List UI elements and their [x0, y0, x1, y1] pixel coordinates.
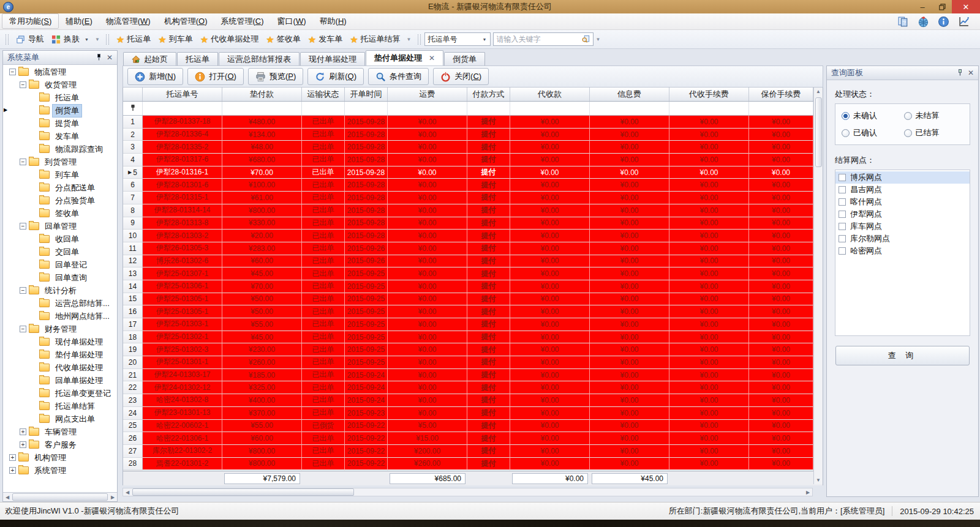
menu-item-4[interactable]: 机构管理(O) — [157, 14, 214, 28]
favorite-2[interactable]: ★到车单 — [154, 32, 196, 47]
filter-cell[interactable] — [749, 102, 813, 115]
table-row[interactable]: 26哈密22-01306-1¥60.00已出单2015-09-22¥15.00提… — [123, 432, 823, 445]
tree-item-回单查询[interactable]: 回单查询 — [3, 271, 117, 284]
favorites-overflow-button[interactable]: ▼ — [404, 36, 414, 43]
radio-未结算[interactable]: 未结算 — [904, 110, 964, 121]
tree-item-统计分析[interactable]: −统计分析 — [3, 284, 117, 297]
query-button[interactable]: 查 询 — [835, 346, 970, 365]
column-header-托运单号[interactable]: 托运单号 — [143, 88, 222, 101]
tree-item-代收单据处理[interactable]: 代收单据处理 — [3, 361, 117, 374]
close-panel-icon[interactable]: ✕ — [968, 69, 974, 77]
search-doc-icon[interactable] — [581, 35, 590, 43]
filter-cell[interactable] — [345, 102, 388, 115]
toolbar-overflow-button[interactable]: ▼ — [92, 36, 102, 43]
tree-item-收回单[interactable]: 收回单 — [3, 233, 117, 245]
column-header-代收款[interactable]: 代收款 — [510, 88, 590, 101]
network-item-喀什网点[interactable]: 喀什网点 — [835, 196, 970, 208]
filter-cell[interactable] — [467, 102, 510, 115]
checkbox-icon[interactable] — [839, 247, 846, 255]
menu-item-3[interactable]: 物流管理(W) — [99, 14, 157, 28]
scroll-up-icon[interactable]: ▲ — [814, 89, 823, 94]
checkbox-icon[interactable] — [839, 198, 846, 206]
tree-item-垫付单据处理[interactable]: 垫付单据处理 — [3, 348, 117, 361]
checkbox-icon[interactable] — [839, 223, 846, 230]
restore-button[interactable] — [932, 0, 952, 13]
radio-已确认[interactable]: 已确认 — [842, 127, 902, 138]
tree-item-客户服务[interactable]: +客户服务 — [3, 438, 117, 451]
info-icon[interactable] — [938, 16, 949, 28]
collapse-icon[interactable]: − — [20, 81, 26, 88]
table-row[interactable]: 28焉耆22-01301-2¥800.00已出单2015-09-22¥260.0… — [123, 458, 823, 471]
tree-item-分点验货单[interactable]: 分点验货单 — [3, 194, 117, 207]
column-header-信息费[interactable]: 信息费 — [590, 88, 669, 101]
table-row[interactable]: 15伊犁25-01305-1¥50.00已出单2015-09-25¥0.00提付… — [123, 293, 823, 306]
checkbox-icon[interactable] — [839, 186, 846, 193]
pin-icon[interactable] — [96, 53, 102, 62]
scroll-thumb[interactable] — [12, 493, 108, 501]
sidebar-horizontal-scrollbar[interactable]: ◀ ▶ — [3, 492, 117, 501]
table-row[interactable]: 16伊犁25-01305-1¥50.00已出单2015-09-25¥0.00提付… — [123, 305, 823, 318]
table-row[interactable]: 2伊犁28-01336-4¥134.00已出单2015-09-28¥0.00提付… — [123, 129, 823, 141]
close-panel-icon[interactable]: ✕ — [107, 53, 113, 62]
filter-cell[interactable] — [388, 102, 467, 115]
tree-item-车辆管理[interactable]: +车辆管理 — [3, 425, 117, 438]
table-row[interactable]: 6伊犁28-01301-6¥100.00已出单2015-09-28¥0.00提付… — [123, 179, 823, 192]
table-row[interactable]: 21伊犁24-01303-17¥185.00已出单2015-09-24¥0.00… — [123, 369, 823, 382]
tree-item-到货管理[interactable]: −到货管理 — [3, 155, 117, 168]
expand-icon[interactable]: + — [20, 441, 26, 448]
table-row[interactable]: 20伊犁25-01301-1¥260.00已出单2015-09-25¥0.00提… — [123, 356, 823, 369]
menu-item-6[interactable]: 窗口(W) — [271, 14, 313, 28]
tree-item-运营总部结算[interactable]: 运营总部结算... — [3, 297, 117, 310]
filter-cell[interactable] — [302, 102, 345, 115]
network-item-博乐网点[interactable]: 博乐网点 — [835, 171, 970, 184]
checkbox-icon[interactable] — [839, 174, 846, 181]
scroll-thumb[interactable] — [132, 488, 354, 496]
action-preview-button[interactable]: 预览(P) — [248, 68, 303, 85]
stats-icon[interactable] — [958, 16, 970, 28]
column-header-代收手续费[interactable]: 代收手续费 — [669, 88, 749, 101]
collapse-icon[interactable]: − — [20, 287, 26, 294]
column-header-垫付款[interactable]: 垫付款 — [222, 88, 302, 101]
table-row[interactable]: 24伊犁23-01301-13¥370.00已出单2015-09-23¥0.00… — [123, 407, 823, 420]
tree-item-分点配送单[interactable]: 分点配送单 — [3, 181, 117, 194]
table-row[interactable]: 13伊犁25-01307-1¥45.00已出单2015-09-25¥0.00提付… — [123, 267, 823, 280]
table-row[interactable]: 17伊犁25-01303-1¥55.00已出单2015-09-25¥0.00提付… — [123, 318, 823, 331]
network-item-库车网点[interactable]: 库车网点 — [835, 220, 970, 233]
tab-close-icon[interactable]: ✕ — [429, 54, 435, 62]
table-row[interactable]: 8伊犁28-01314-14¥800.00已出单2015-09-28¥0.00提… — [123, 204, 823, 217]
tree-item-机构管理[interactable]: +机构管理 — [3, 451, 117, 464]
collapse-icon[interactable]: − — [20, 326, 26, 332]
network-item-库尔勒网点[interactable]: 库尔勒网点 — [835, 233, 970, 245]
menu-item-7[interactable]: 帮助(H) — [313, 14, 353, 28]
menu-item-2[interactable]: 辅助(E) — [59, 14, 99, 28]
scroll-right-icon[interactable]: ▶ — [804, 490, 812, 495]
action-refresh-button[interactable]: 刷新(Q) — [307, 68, 364, 85]
minimize-button[interactable]: – — [913, 0, 932, 13]
table-row[interactable]: 14伊犁25-01306-1¥70.00已出单2015-09-25¥0.00提付… — [123, 280, 823, 293]
action-add-button[interactable]: 新增(N) — [127, 68, 183, 85]
favorite-6[interactable]: ★托运单结算 — [346, 32, 404, 47]
table-row[interactable]: 18伊犁25-01302-1¥45.00已出单2015-09-25¥0.00提付… — [123, 331, 823, 344]
table-row[interactable]: 3伊犁28-01335-2¥48.00已出单2015-09-28¥0.00提付¥… — [123, 141, 823, 154]
tree-item-网点支出单[interactable]: 网点支出单 — [3, 413, 117, 425]
tree-item-回单登记[interactable]: 回单登记 — [3, 258, 117, 271]
checkbox-icon[interactable] — [839, 235, 846, 242]
tree-item-签收单[interactable]: 签收单 — [3, 207, 117, 220]
action-search-button[interactable]: 条件查询 — [368, 68, 429, 85]
table-row[interactable]: 1伊犁28-01337-18¥480.00已出单2015-09-28¥0.00提… — [123, 116, 823, 129]
tree-item-地州网点结算[interactable]: 地州网点结算... — [3, 310, 117, 323]
table-row[interactable]: 19伊犁25-01302-3¥230.00已出单2015-09-25¥0.00提… — [123, 343, 823, 356]
tree-item-回单单据处理[interactable]: 回单单据处理 — [3, 374, 117, 387]
tab-4[interactable]: 现付单据处理 — [300, 52, 365, 65]
tree-item-财务管理[interactable]: −财务管理 — [3, 323, 117, 335]
tree-item-回单管理[interactable]: −回单管理 — [3, 220, 117, 233]
table-row[interactable]: 11伊犁26-01305-3¥283.00已出单2015-09-26¥0.00提… — [123, 242, 823, 255]
globe-icon[interactable] — [918, 16, 929, 28]
network-item-哈密网点[interactable]: 哈密网点 — [835, 245, 970, 257]
grid-horizontal-scrollbar[interactable]: ◀ ▶ — [123, 488, 813, 496]
grid-vertical-scrollbar[interactable]: ▲ ▼ — [813, 88, 823, 484]
filter-cell[interactable] — [143, 102, 222, 115]
tree-item-托运单变更登记[interactable]: 托运单变更登记 — [3, 387, 117, 400]
scroll-down-icon[interactable]: ▼ — [814, 477, 823, 483]
expand-icon[interactable]: + — [9, 454, 16, 461]
